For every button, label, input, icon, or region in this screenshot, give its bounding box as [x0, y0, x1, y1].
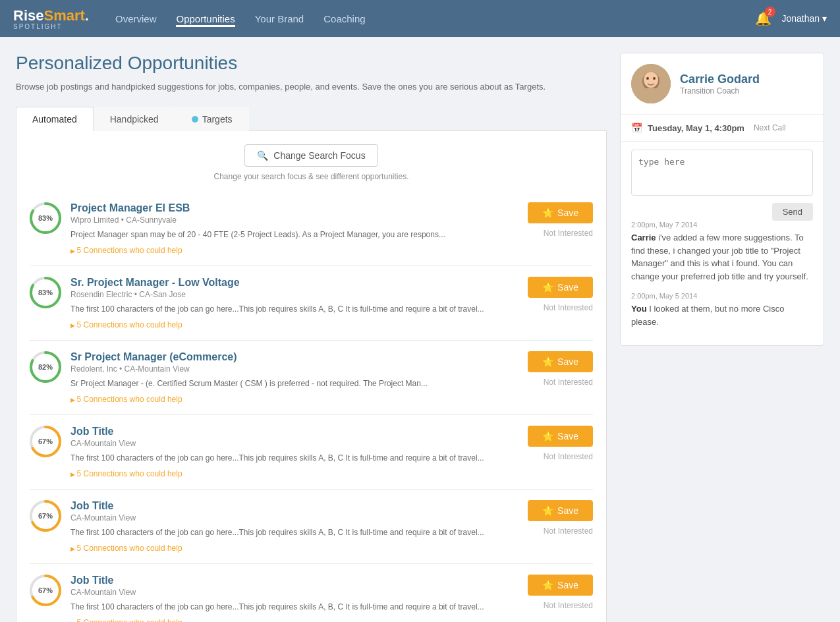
tab-automated[interactable]: Automated	[16, 107, 94, 131]
job-company: CA-Mountain View	[70, 439, 518, 448]
connections-link[interactable]: 5 Connections who could help	[70, 320, 182, 329]
chat-bubble: You I looked at them, but no more Cisco …	[631, 302, 813, 328]
connections-link[interactable]: 5 Connections who could help	[70, 469, 182, 478]
job-actions: ⭐ Save Not Interested	[528, 426, 593, 461]
chat-area: Send 2:00pm, May 7 2014 Carrie i've adde…	[621, 142, 824, 345]
job-match-circle: 82%	[30, 351, 61, 383]
job-actions: ⭐ Save Not Interested	[528, 575, 593, 610]
nav-overview[interactable]: Overview	[115, 11, 157, 27]
not-interested-link[interactable]: Not Interested	[544, 526, 593, 536]
coach-avatar-img	[631, 64, 671, 103]
job-info: Job Title CA-Mountain View The first 100…	[70, 500, 518, 553]
job-desc: The first 100 characters of the job can …	[70, 452, 518, 464]
logo-sub: SPOTLIGHT	[13, 23, 89, 30]
chat-timestamp: 2:00pm, May 7 2014	[631, 221, 813, 229]
save-button[interactable]: ⭐ Save	[528, 500, 593, 521]
job-company: Redolent, Inc • CA-Mountain View	[70, 364, 518, 374]
job-title: Sr. Project Manager - Low Voltage	[70, 277, 518, 289]
notifications-bell[interactable]: 🔔 2	[755, 11, 771, 26]
connections-link[interactable]: 5 Connections who could help	[70, 618, 182, 623]
coach-info: Carrie Godard Transition Coach	[680, 72, 760, 96]
job-title: Project Manager EI ESB	[70, 202, 518, 214]
not-interested-link[interactable]: Not Interested	[544, 601, 593, 610]
save-icon: ⭐	[542, 282, 553, 293]
logo-accent: Smart	[43, 7, 84, 24]
chat-messages: 2:00pm, May 7 2014 Carrie i've added a f…	[631, 221, 813, 328]
save-icon: ⭐	[542, 356, 553, 367]
not-interested-link[interactable]: Not Interested	[544, 378, 593, 387]
job-match-circle: 67%	[30, 575, 61, 606]
save-button[interactable]: ⭐ Save	[528, 575, 593, 596]
chat-input[interactable]	[631, 150, 813, 196]
job-company: Wipro Limited • CA-Sunnyvale	[70, 215, 518, 225]
connections-link[interactable]: 5 Connections who could help	[70, 395, 182, 404]
job-card: 83% Sr. Project Manager - Low Voltage Ro…	[30, 266, 593, 341]
job-title: Job Title	[70, 575, 518, 586]
job-info: Sr Project Manager (eCommerce) Redolent,…	[70, 351, 518, 404]
svg-point-17	[653, 77, 656, 80]
not-interested-link[interactable]: Not Interested	[544, 229, 593, 238]
search-area: 🔍 Change Search Focus Change your search…	[30, 144, 593, 181]
job-list: 83% Project Manager EI ESB Wipro Limited…	[30, 192, 593, 623]
job-match-circle: 83%	[30, 202, 61, 234]
job-desc: The first 100 characters of the job can …	[70, 601, 518, 613]
targets-dot-icon	[192, 116, 198, 123]
nav-your-brand[interactable]: Your Brand	[255, 11, 304, 27]
save-icon: ⭐	[542, 208, 553, 218]
tabs-bar: Automated Handpicked Targets	[16, 107, 607, 131]
main-nav: Overview Opportunities Your Brand Coachi…	[115, 11, 755, 27]
save-button[interactable]: ⭐ Save	[528, 277, 593, 298]
logo-area: RiseSmart. SPOTLIGHT	[13, 7, 89, 30]
job-match-circle: 83%	[30, 277, 61, 308]
right-panel: Carrie Godard Transition Coach 📅 Tuesday…	[620, 53, 824, 622]
header-right: 🔔 2 Jonathan ▾	[755, 11, 827, 26]
nav-opportunities[interactable]: Opportunities	[176, 11, 235, 27]
match-percent: 83%	[38, 289, 53, 297]
page-subtitle: Browse job postings and handpicked sugge…	[16, 80, 607, 94]
chat-bubble: Carrie i've added a few more suggestions…	[631, 231, 813, 283]
save-button[interactable]: ⭐ Save	[528, 351, 593, 372]
job-desc: The first 100 characters of the job can …	[70, 526, 518, 538]
save-button[interactable]: ⭐ Save	[528, 202, 593, 223]
search-icon: 🔍	[257, 150, 268, 161]
match-percent: 67%	[38, 586, 53, 594]
job-actions: ⭐ Save Not Interested	[528, 500, 593, 536]
connections-link[interactable]: 5 Connections who could help	[70, 246, 182, 255]
tab-handpicked[interactable]: Handpicked	[94, 107, 175, 131]
chat-message: 2:00pm, May 5 2014 You I looked at them,…	[631, 292, 813, 328]
coach-card: Carrie Godard Transition Coach 📅 Tuesday…	[620, 53, 824, 346]
job-card: 82% Sr Project Manager (eCommerce) Redol…	[30, 341, 593, 415]
tab-content: 🔍 Change Search Focus Change your search…	[16, 131, 607, 623]
nav-coaching[interactable]: Coaching	[323, 11, 365, 27]
job-company: CA-Mountain View	[70, 513, 518, 523]
calendar-icon: 📅	[631, 123, 642, 133]
main-layout: Personalized Opportunities Browse job po…	[0, 37, 840, 622]
job-desc: The first 100 characters of the job can …	[70, 303, 518, 315]
connections-link[interactable]: 5 Connections who could help	[70, 544, 182, 553]
save-button[interactable]: ⭐ Save	[528, 426, 593, 447]
match-percent: 67%	[38, 438, 53, 445]
job-info: Job Title CA-Mountain View The first 100…	[70, 426, 518, 478]
logo-text: RiseSmart.	[13, 7, 89, 24]
tab-targets[interactable]: Targets	[175, 107, 249, 131]
search-focus-subtitle: Change your search focus & see different…	[30, 172, 593, 181]
job-info: Job Title CA-Mountain View The first 100…	[70, 575, 518, 623]
not-interested-link[interactable]: Not Interested	[544, 452, 593, 461]
job-company: Rosendin Electric • CA-San Jose	[70, 290, 518, 299]
send-button[interactable]: Send	[772, 203, 813, 221]
chat-message: 2:00pm, May 7 2014 Carrie i've added a f…	[631, 221, 813, 283]
not-interested-link[interactable]: Not Interested	[544, 303, 593, 312]
user-menu-button[interactable]: Jonathan ▾	[782, 13, 827, 24]
save-icon: ⭐	[542, 580, 553, 590]
job-info: Project Manager EI ESB Wipro Limited • C…	[70, 202, 518, 255]
job-match-circle: 67%	[30, 500, 61, 532]
match-percent: 83%	[38, 214, 53, 222]
change-search-focus-button[interactable]: 🔍 Change Search Focus	[244, 144, 378, 167]
job-card: 67% Job Title CA-Mountain View The first…	[30, 564, 593, 623]
schedule-date: Tuesday, May 1, 4:30pm	[648, 123, 744, 133]
job-desc: Project Manager span may be of 20 - 40 F…	[70, 229, 518, 240]
svg-point-16	[646, 77, 649, 80]
page-title: Personalized Opportunities	[16, 53, 607, 74]
coach-schedule: 📅 Tuesday, May 1, 4:30pm Next Call	[621, 115, 824, 142]
job-company: CA-Mountain View	[70, 588, 518, 597]
